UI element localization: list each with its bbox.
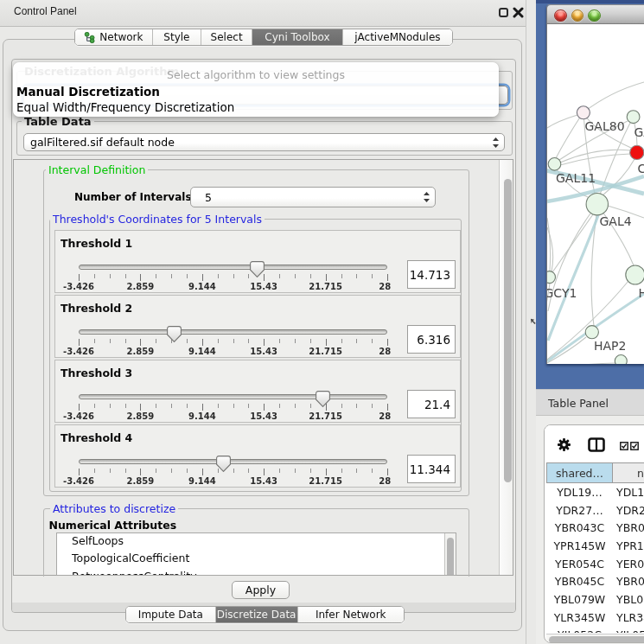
table-horizontal-scrollbar[interactable]: [546, 634, 644, 644]
network-node[interactable]: [548, 158, 561, 171]
node-label: H: [639, 286, 644, 300]
app-root: Control Panel Network Style: [0, 0, 644, 644]
network-node[interactable]: [586, 194, 608, 215]
column-header-name[interactable]: na: [613, 462, 644, 483]
tab-network[interactable]: Network: [75, 29, 153, 45]
table-horizontal-scrollbar-thumb[interactable]: [549, 636, 644, 644]
attribute-item[interactable]: SelfLoops: [57, 532, 456, 550]
cell-shared-name: YLR345W: [546, 611, 613, 624]
network-node[interactable]: [626, 265, 644, 284]
tab-impute-data[interactable]: Impute Data: [126, 607, 216, 622]
tick-label: -3.426: [63, 476, 94, 486]
slider-major-ticks: [79, 469, 388, 475]
network-node[interactable]: [585, 326, 598, 339]
vertical-scrollbar[interactable]: [499, 160, 513, 575]
node-label: HAP2: [594, 339, 626, 353]
column-header-shared-name[interactable]: shared…: [546, 462, 613, 483]
threshold-value-input[interactable]: 11.344: [407, 455, 456, 483]
checkbox-icon[interactable]: [630, 442, 639, 450]
slider-thumb[interactable]: [316, 391, 330, 407]
tab-select[interactable]: Select: [201, 29, 252, 45]
table-row[interactable]: YBR043CYBR04: [546, 519, 644, 537]
attributes-group-title: Attributes to discretize: [50, 502, 178, 515]
numerical-attributes-list[interactable]: SelfLoopsTopologicalCoefficientBetweenne…: [56, 532, 456, 576]
network-window-titlebar: [547, 5, 644, 24]
zoom-traffic-light[interactable]: [588, 10, 601, 22]
cell-shared-name: YBR045C: [546, 575, 613, 588]
attributes-scrollbar[interactable]: [444, 533, 456, 575]
slider-thumb[interactable]: [250, 261, 265, 277]
table-row[interactable]: YLR345WYLR34: [546, 609, 644, 627]
attribute-item[interactable]: BetweennessCentrality: [57, 568, 456, 576]
control-panel-tabbar: Network Style Select Cyni Toolbox jActiv…: [74, 29, 453, 46]
slider-track[interactable]: [79, 459, 387, 464]
tab-infer-network[interactable]: Infer Network: [298, 607, 404, 622]
table-row[interactable]: YBR045CYBR04: [546, 572, 644, 590]
threshold-row: Threshold 3-3.4262.8599.14415.4321.71528…: [54, 360, 461, 423]
slider-track[interactable]: [79, 329, 387, 335]
slider-track[interactable]: [79, 265, 387, 270]
network-node[interactable]: [627, 111, 640, 124]
threshold-value-input[interactable]: 21.4: [407, 390, 456, 418]
node-label: GCY1: [547, 286, 577, 300]
network-node[interactable]: [577, 106, 590, 119]
tick-label: 28: [379, 282, 391, 291]
attribute-item[interactable]: TopologicalCoefficient: [57, 550, 456, 567]
slider-track[interactable]: [79, 394, 387, 399]
tick-label: 21.715: [309, 347, 342, 356]
tab-network-label: Network: [99, 31, 143, 43]
gear-icon[interactable]: [558, 438, 571, 451]
table-row[interactable]: YDR27…YDR27: [546, 501, 644, 520]
threshold-label: Threshold 2: [61, 302, 132, 315]
network-node[interactable]: [630, 145, 644, 159]
control-panel-title: Control Panel: [14, 5, 77, 17]
threshold-value-input[interactable]: 6.316: [407, 325, 456, 354]
network-node[interactable]: [615, 355, 627, 365]
tick-label: -3.426: [63, 347, 94, 356]
combo-arrows-icon: [492, 137, 500, 149]
tab-cyni-toolbox[interactable]: Cyni Toolbox: [252, 29, 343, 45]
algorithm-option-manual[interactable]: Manual Discretization: [16, 85, 160, 99]
threshold-label: Threshold 1: [61, 237, 132, 250]
cell-shared-name: YIL052C: [546, 628, 613, 633]
tab-infer-network-label: Infer Network: [316, 609, 386, 621]
table-row[interactable]: YER054CYER05: [546, 555, 644, 573]
tab-jactivemnodules[interactable]: jActiveMNodules: [343, 29, 452, 45]
algorithm-option-equal-width[interactable]: Equal Width/Frequency Discretization: [16, 100, 234, 114]
attributes-scrollbar-thumb[interactable]: [447, 538, 454, 576]
algorithm-placeholder-option[interactable]: Select algorithm to view settings: [13, 68, 499, 81]
apply-button-label: Apply: [245, 583, 276, 596]
network-tree-icon: [84, 32, 95, 43]
table-data-combobox[interactable]: galFiltered.sif default node: [23, 133, 505, 151]
cell-name: YIL05: [613, 628, 644, 633]
threshold-value-input[interactable]: 14.713: [407, 260, 456, 289]
control-panel-window: Control Panel Network Style: [0, 0, 526, 644]
attribute-items: SelfLoopsTopologicalCoefficientBetweenne…: [57, 532, 456, 576]
tab-style[interactable]: Style: [153, 29, 201, 45]
slider-thumb[interactable]: [167, 326, 182, 342]
minimize-traffic-light[interactable]: [571, 10, 584, 22]
table-row[interactable]: YPR145WYPR14: [546, 537, 644, 555]
table-rows: YDL19…YDL19YDR27…YDR27YBR043CYBR04YPR145…: [546, 483, 644, 633]
float-window-button[interactable]: [499, 8, 508, 17]
table-row[interactable]: YDL19…YDL19: [546, 483, 644, 501]
apply-button[interactable]: Apply: [232, 581, 290, 599]
slider-thumb[interactable]: [216, 456, 231, 472]
number-of-intervals-value: 5: [205, 191, 212, 204]
tab-discretize-data[interactable]: Discretize Data: [216, 607, 298, 622]
split-panel-icon[interactable]: [588, 437, 605, 452]
close-icon[interactable]: [513, 7, 524, 18]
checkbox-icon[interactable]: [620, 442, 628, 450]
tick-label: 2.859: [127, 476, 155, 486]
close-traffic-light[interactable]: [554, 10, 567, 22]
number-of-intervals-combobox[interactable]: 5: [190, 187, 436, 207]
table-row[interactable]: YBL079WYBL07: [546, 590, 644, 609]
numerical-attributes-label: Numerical Attributes: [49, 519, 177, 532]
tick-label: 9.144: [188, 282, 216, 291]
table-panel-titlebar: Table Panel: [536, 389, 644, 416]
network-node[interactable]: [547, 271, 556, 284]
vertical-scrollbar-thumb[interactable]: [504, 179, 512, 482]
table-row[interactable]: YIL052CYIL05: [546, 627, 644, 634]
node-label: C: [638, 162, 644, 175]
network-canvas[interactable]: GAL80GACGAL11GAL4GCY1HHAP2: [547, 24, 644, 364]
